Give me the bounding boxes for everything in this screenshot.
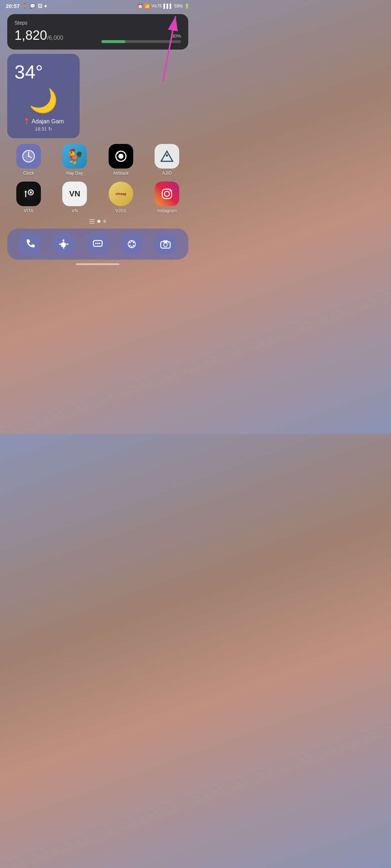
wifi-icon: 📶 <box>144 4 150 9</box>
svg-point-6 <box>28 156 29 157</box>
svg-point-43 <box>168 243 169 244</box>
app-airblack[interactable]: Airblack <box>100 144 142 176</box>
status-left: 20:57 🧍 💬 🖼 <box>6 3 47 9</box>
page-dot-1 <box>97 220 100 223</box>
weather-time: 18:31 ↻ <box>14 126 72 132</box>
svg-point-34 <box>129 242 131 243</box>
app-vn[interactable]: VN VN <box>54 182 96 213</box>
status-right: ⏰ 📶 VoLTE ▌▌▌ 59% 🔋 <box>138 4 190 9</box>
weather-location: 📍 Adajan Gam <box>14 118 72 125</box>
time-display: 20:57 <box>6 3 20 9</box>
notification-dot <box>45 5 47 7</box>
hayday-app-label: Hay Day <box>66 171 83 176</box>
dock-camera-button[interactable] <box>155 234 176 255</box>
dock-messages-button[interactable] <box>87 234 108 255</box>
page-dot-2 <box>103 220 106 223</box>
svg-point-31 <box>97 243 98 244</box>
page-lines-icon <box>89 219 94 224</box>
vita-app-label: VITA <box>24 208 33 213</box>
svg-point-32 <box>99 243 100 244</box>
battery-icon: 🔋 <box>184 4 190 9</box>
ajio-app-label: AJIO <box>162 171 172 176</box>
steps-count: 1,820 <box>14 28 47 43</box>
hayday-app-icon[interactable]: 🐓 <box>62 144 87 169</box>
app-grid-row1: Clock 🐓 Hay Day Airblack AJIO <box>0 144 196 176</box>
steps-progress-bar <box>101 40 181 43</box>
vn-app-label: VN <box>72 208 78 213</box>
steps-widget: Steps 1,820/6,000 30% <box>7 14 188 50</box>
vjss-app-icon[interactable]: vitraag <box>109 182 133 206</box>
steps-progress-fill <box>101 40 125 43</box>
app-ajio[interactable]: AJIO <box>146 144 189 176</box>
svg-rect-26 <box>66 244 68 245</box>
svg-point-15 <box>30 191 32 193</box>
svg-point-12 <box>166 154 168 157</box>
steps-title: Steps <box>14 20 181 26</box>
svg-rect-9 <box>117 152 118 154</box>
person-icon: 🧍 <box>22 3 28 9</box>
steps-goal: /6,000 <box>47 35 63 41</box>
dock <box>7 229 188 260</box>
app-instagram[interactable]: Instagram <box>146 182 189 213</box>
vjss-app-label: VJSS <box>115 208 126 213</box>
dock-phone-button[interactable] <box>20 234 41 255</box>
svg-point-20 <box>169 190 171 191</box>
vn-app-icon[interactable]: VN <box>62 182 87 206</box>
airblack-app-icon[interactable] <box>109 144 133 169</box>
svg-rect-25 <box>59 244 61 245</box>
svg-point-36 <box>131 241 133 242</box>
weather-widget[interactable]: 34° 🌙 📍 Adajan Gam 18:31 ↻ <box>7 54 80 138</box>
app-vita[interactable]: VITA <box>7 182 50 213</box>
svg-point-8 <box>118 154 123 159</box>
signal-bars: ▌▌▌ <box>163 4 173 9</box>
steps-percent: 30% <box>172 33 181 39</box>
page-indicator <box>0 219 196 224</box>
app-hayday[interactable]: 🐓 Hay Day <box>54 144 96 176</box>
battery-percent: 59% <box>174 4 183 9</box>
clock-app-icon[interactable] <box>16 144 41 169</box>
photo-icon: 🖼 <box>38 3 42 9</box>
app-grid-row2: VITA VN VN vitraag VJSS Instagram <box>0 182 196 213</box>
weather-moon-icon: 🌙 <box>14 87 72 114</box>
vita-app-icon[interactable] <box>16 182 41 206</box>
clock-app-label: Clock <box>23 171 34 176</box>
svg-rect-24 <box>63 247 64 249</box>
instagram-app-label: Instagram <box>157 208 177 213</box>
alarm-icon: ⏰ <box>138 4 143 9</box>
svg-point-22 <box>62 243 65 246</box>
svg-point-19 <box>164 191 169 196</box>
location-pin-icon: 📍 <box>23 118 30 124</box>
instagram-app-icon[interactable] <box>155 182 179 206</box>
svg-point-35 <box>133 242 134 243</box>
status-bar: 20:57 🧍 💬 🖼 ⏰ 📶 VoLTE ▌▌▌ 59% 🔋 <box>0 0 196 10</box>
app-clock[interactable]: Clock <box>7 144 50 176</box>
svg-point-30 <box>95 243 97 244</box>
airblack-app-label: Airblack <box>113 171 129 176</box>
ajio-app-icon[interactable] <box>155 144 179 169</box>
lte-icon: VoLTE <box>151 4 162 8</box>
dock-bixby-button[interactable] <box>121 234 142 255</box>
whatsapp-icon: 💬 <box>30 3 35 9</box>
svg-point-37 <box>129 245 131 246</box>
svg-point-41 <box>164 243 167 247</box>
home-indicator[interactable] <box>76 263 119 265</box>
app-vjss[interactable]: vitraag VJSS <box>100 182 142 213</box>
weather-temperature: 34° <box>14 61 72 83</box>
svg-point-39 <box>131 246 133 247</box>
dock-settings-button[interactable] <box>53 234 74 255</box>
svg-point-17 <box>25 191 26 193</box>
svg-point-38 <box>133 245 134 246</box>
